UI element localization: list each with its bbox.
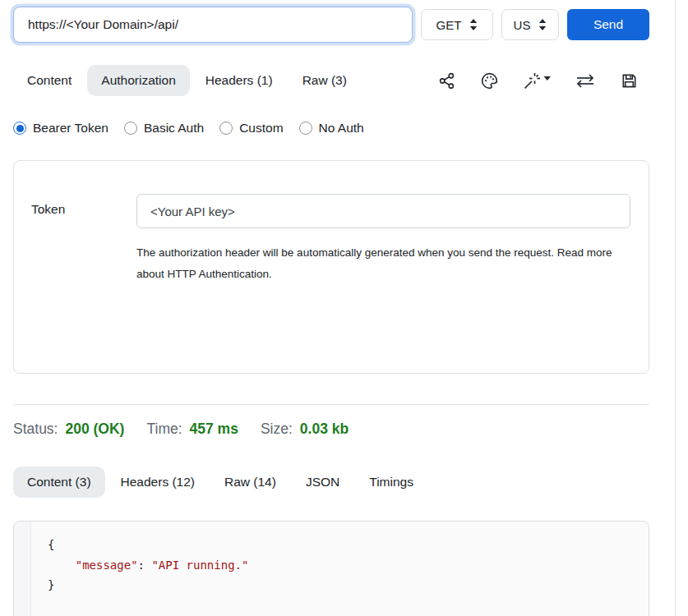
palette-icon[interactable]: [480, 71, 499, 90]
send-button[interactable]: Send: [567, 9, 649, 40]
url-input[interactable]: [13, 7, 413, 43]
auth-option-custom[interactable]: Custom: [219, 121, 283, 136]
response-tabs: Content (3) Headers (12) Raw (14) JSON T…: [13, 467, 649, 498]
magic-wand-icon[interactable]: [523, 71, 551, 90]
api-request-tool: GET US Send Content Authorization Header…: [0, 0, 676, 616]
tab-headers[interactable]: Headers (1): [192, 65, 287, 96]
tab-raw[interactable]: Raw (3): [289, 65, 361, 96]
auth-option-no-auth[interactable]: No Auth: [299, 121, 364, 136]
response-tab-headers[interactable]: Headers (12): [107, 467, 209, 498]
request-toolbar: [437, 71, 649, 90]
section-divider: [13, 404, 649, 405]
tab-authorization[interactable]: Authorization: [87, 65, 189, 96]
share-icon[interactable]: [437, 71, 456, 90]
updown-caret-icon: [538, 19, 547, 30]
size-value: 0.03 kb: [300, 421, 349, 438]
status-label: Status:: [13, 421, 58, 438]
bearer-token-panel: Token The authorization header will be a…: [13, 160, 649, 374]
tab-content[interactable]: Content: [13, 65, 85, 96]
swap-requests-icon[interactable]: [575, 71, 596, 90]
url-row: GET US Send: [13, 7, 649, 43]
auth-options: Bearer Token Basic Auth Custom No Auth: [13, 121, 649, 136]
token-input[interactable]: [136, 194, 630, 228]
auth-option-label: Bearer Token: [33, 121, 109, 136]
auth-option-label: No Auth: [319, 121, 364, 136]
server-select[interactable]: US: [501, 9, 559, 40]
save-icon[interactable]: [620, 71, 639, 90]
server-select-value: US: [514, 18, 531, 32]
response-tab-raw[interactable]: Raw (14): [210, 467, 290, 498]
code-gutter: [14, 522, 31, 616]
radio-icon: [219, 122, 233, 135]
radio-icon: [13, 122, 26, 135]
size-stat: Size: 0.03 kb: [261, 421, 349, 438]
method-select-value: GET: [436, 18, 462, 32]
response-tab-timings[interactable]: Timings: [355, 467, 427, 498]
auth-option-bearer-token[interactable]: Bearer Token: [13, 121, 109, 136]
response-body-panel: { "message": "API running." }: [13, 521, 649, 616]
updown-caret-icon: [469, 19, 478, 30]
status-value: 200 (OK): [65, 421, 124, 438]
auth-option-label: Custom: [239, 121, 283, 136]
request-tabs-row: Content Authorization Headers (1) Raw (3…: [13, 65, 649, 96]
method-select[interactable]: GET: [421, 9, 493, 40]
token-label: Token: [31, 194, 136, 373]
radio-icon: [299, 122, 312, 135]
auth-option-basic-auth[interactable]: Basic Auth: [124, 121, 204, 136]
radio-icon: [124, 122, 137, 135]
time-stat: Time: 457 ms: [146, 421, 238, 438]
time-value: 457 ms: [190, 421, 238, 438]
response-tab-content[interactable]: Content (3): [13, 467, 105, 498]
token-help-text: The authorization header will be automat…: [136, 242, 623, 284]
response-status-row: Status: 200 (OK) Time: 457 ms Size: 0.03…: [13, 421, 649, 438]
auth-option-label: Basic Auth: [144, 121, 204, 136]
status-stat: Status: 200 (OK): [13, 421, 124, 438]
response-json-code: { "message": "API running." }: [48, 535, 649, 595]
time-label: Time:: [146, 421, 182, 438]
size-label: Size:: [261, 421, 293, 438]
response-tab-json[interactable]: JSON: [292, 467, 353, 498]
request-tabs: Content Authorization Headers (1) Raw (3…: [13, 65, 361, 96]
